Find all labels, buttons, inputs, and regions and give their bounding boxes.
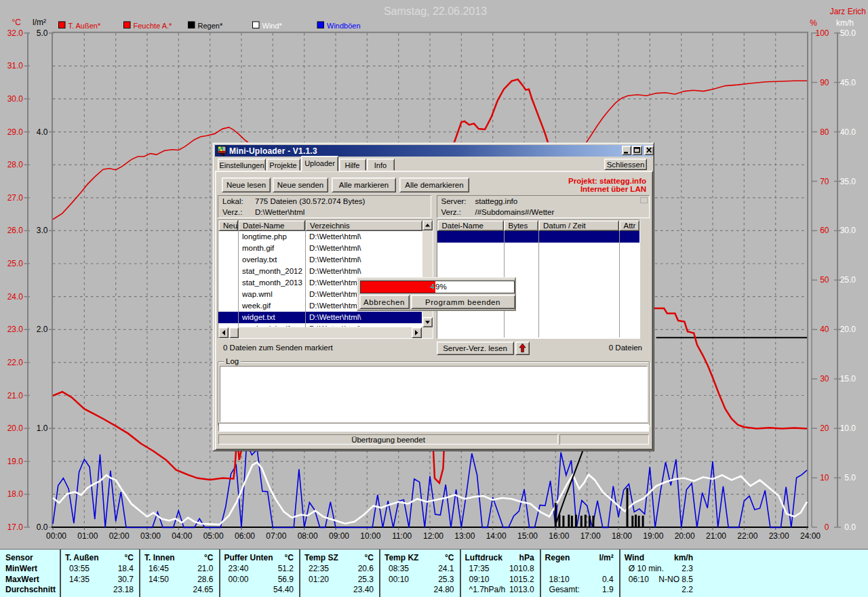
svg-text:30.0: 30.0 [840, 226, 856, 235]
svg-text:T. Außen*: T. Außen* [68, 22, 101, 30]
svg-text:20:00: 20:00 [675, 531, 695, 541]
svg-text:2.0: 2.0 [37, 325, 48, 334]
svg-text:30.0: 30.0 [7, 94, 24, 104]
svg-text:10:00: 10:00 [360, 531, 380, 541]
svg-text:16:00: 16:00 [549, 531, 569, 541]
svg-text:32.0: 32.0 [7, 28, 24, 38]
svg-text:18.0: 18.0 [7, 489, 24, 499]
svg-text:10.0: 10.0 [840, 424, 856, 433]
svg-text:25.0: 25.0 [840, 275, 856, 285]
svg-text:11:00: 11:00 [392, 531, 412, 541]
svg-text:50.0: 50.0 [840, 28, 856, 38]
svg-text:19.0: 19.0 [7, 457, 24, 466]
svg-text:20.0: 20.0 [7, 424, 24, 433]
svg-text:60: 60 [820, 226, 829, 235]
svg-text:Jarz Erich: Jarz Erich [830, 7, 866, 16]
svg-text:06:00: 06:00 [235, 531, 255, 541]
svg-text:30: 30 [820, 374, 829, 384]
svg-text:Windböen: Windböen [327, 22, 361, 30]
svg-text:24:00: 24:00 [800, 531, 821, 541]
svg-text:02:00: 02:00 [109, 531, 130, 541]
svg-text:80: 80 [820, 127, 829, 137]
svg-text:13:00: 13:00 [454, 531, 475, 541]
svg-text:23.0: 23.0 [7, 325, 24, 334]
svg-text:50: 50 [820, 275, 829, 285]
svg-text:5.0: 5.0 [844, 473, 856, 482]
svg-text:01:00: 01:00 [77, 531, 98, 541]
svg-text:35.0: 35.0 [840, 177, 856, 186]
svg-text:18:00: 18:00 [612, 531, 632, 541]
svg-text:26.0: 26.0 [7, 226, 24, 235]
svg-text:22:00: 22:00 [737, 531, 757, 541]
svg-text:%: % [810, 18, 817, 28]
svg-text:100: 100 [815, 28, 829, 38]
svg-text:4.0: 4.0 [37, 127, 48, 137]
svg-text:Regen*: Regen* [198, 22, 223, 30]
svg-text:03:00: 03:00 [140, 531, 161, 541]
svg-text:40.0: 40.0 [840, 127, 856, 137]
svg-text:24.0: 24.0 [7, 292, 24, 302]
svg-text:0.0: 0.0 [844, 522, 856, 532]
svg-text:27.0: 27.0 [7, 193, 24, 203]
svg-text:29.0: 29.0 [7, 127, 24, 137]
svg-text:°C: °C [12, 18, 22, 27]
svg-text:km/h: km/h [836, 18, 854, 28]
svg-text:90: 90 [820, 78, 829, 87]
svg-text:17.0: 17.0 [7, 522, 24, 532]
svg-text:28.0: 28.0 [7, 160, 24, 169]
svg-text:21:00: 21:00 [706, 531, 726, 541]
svg-text:0.0: 0.0 [37, 522, 48, 532]
svg-text:15:00: 15:00 [517, 531, 538, 541]
svg-text:Feuchte A.*: Feuchte A.* [134, 22, 173, 30]
svg-text:3.0: 3.0 [37, 226, 48, 235]
svg-text:10: 10 [820, 473, 829, 482]
svg-text:l/m²: l/m² [33, 18, 46, 27]
svg-text:40: 40 [820, 325, 829, 334]
svg-text:19:00: 19:00 [643, 531, 663, 541]
svg-text:5.0: 5.0 [37, 28, 48, 38]
svg-text:20: 20 [820, 424, 829, 433]
svg-text:07:00: 07:00 [266, 531, 286, 541]
svg-text:17:00: 17:00 [580, 531, 601, 541]
svg-text:22.0: 22.0 [7, 358, 24, 367]
svg-text:20.0: 20.0 [840, 325, 856, 334]
svg-text:04:00: 04:00 [172, 531, 192, 541]
svg-text:Wind*: Wind* [262, 22, 283, 30]
svg-text:21.0: 21.0 [7, 391, 24, 400]
svg-text:00:00: 00:00 [46, 531, 66, 541]
svg-text:14:00: 14:00 [486, 531, 507, 541]
svg-text:08:00: 08:00 [298, 531, 318, 541]
svg-text:Samstag, 22.06.2013: Samstag, 22.06.2013 [384, 5, 487, 17]
svg-text:31.0: 31.0 [7, 61, 24, 70]
svg-text:15.0: 15.0 [840, 374, 856, 384]
svg-text:09:00: 09:00 [329, 531, 349, 541]
svg-text:45.0: 45.0 [840, 78, 856, 87]
svg-text:1.0: 1.0 [37, 424, 48, 433]
svg-text:0: 0 [825, 522, 829, 532]
svg-text:70: 70 [820, 177, 829, 186]
svg-text:05:00: 05:00 [203, 531, 224, 541]
svg-text:12:00: 12:00 [423, 531, 443, 541]
svg-text:23:00: 23:00 [769, 531, 789, 541]
svg-text:25.0: 25.0 [7, 259, 24, 268]
